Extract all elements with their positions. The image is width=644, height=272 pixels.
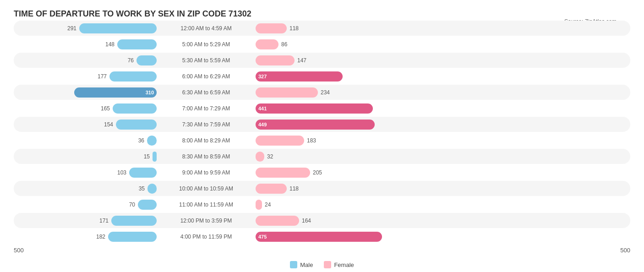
chart-row: 171 12:00 PM to 3:59 PM 164 — [14, 213, 630, 228]
female-bar — [256, 216, 299, 226]
male-bar — [153, 152, 157, 162]
time-label: 7:30 AM to 7:59 AM — [160, 121, 252, 128]
female-bar — [256, 152, 264, 162]
left-section: 177 — [14, 71, 160, 82]
right-section: 327 — [252, 71, 398, 82]
chart-title: TIME OF DEPARTURE TO WORK BY SEX IN ZIP … — [14, 9, 630, 19]
female-value: 118 — [289, 25, 299, 32]
legend: Male Female — [14, 261, 630, 268]
chart-rows: 291 12:00 AM to 4:59 AM 118 148 5:00 AM … — [14, 21, 630, 244]
female-value: 32 — [267, 153, 273, 160]
chart-row: 182 4:00 PM to 11:59 PM 475 — [14, 229, 630, 244]
right-section: 147 — [252, 55, 398, 65]
female-value: 147 — [297, 57, 306, 64]
female-bar: 441 — [256, 103, 373, 114]
male-bar: 310 — [74, 87, 157, 98]
male-bar — [147, 136, 157, 146]
right-section: 164 — [252, 216, 398, 226]
chart-row: 310 6:30 AM to 6:59 AM 234 — [14, 85, 630, 100]
female-bar — [256, 39, 278, 49]
time-label: 6:00 AM to 6:29 AM — [160, 73, 252, 80]
male-value: 148 — [101, 41, 115, 48]
right-section: 118 — [252, 23, 398, 33]
time-label: 6:30 AM to 6:59 AM — [160, 89, 252, 96]
chart-row: 154 7:30 AM to 7:59 AM 449 — [14, 117, 630, 132]
male-value: 103 — [113, 169, 126, 176]
male-value: 70 — [121, 201, 135, 208]
right-section: 475 — [252, 232, 398, 242]
right-section: 86 — [252, 39, 398, 49]
scale-right: 500 — [620, 247, 630, 254]
right-section: 441 — [252, 103, 398, 114]
time-label: 5:30 AM to 5:59 AM — [160, 57, 252, 64]
legend-female-label: Female — [334, 261, 354, 268]
legend-male-box — [290, 261, 297, 268]
time-label: 8:30 AM to 8:59 AM — [160, 153, 252, 160]
chart-row: 165 7:00 AM to 7:29 AM 441 — [14, 101, 630, 116]
male-bar — [117, 39, 157, 49]
female-bar — [256, 136, 304, 146]
female-bar — [256, 168, 310, 178]
chart-row: 35 10:00 AM to 10:59 AM 118 — [14, 181, 630, 196]
left-section: 148 — [14, 39, 160, 49]
female-value: 205 — [313, 169, 322, 176]
time-label: 11:00 AM to 11:59 AM — [160, 201, 252, 208]
male-bar — [109, 71, 157, 82]
left-section: 165 — [14, 103, 160, 114]
female-bar — [256, 200, 262, 210]
female-value: 24 — [265, 201, 271, 208]
male-bar — [136, 55, 157, 65]
male-bar — [111, 216, 157, 226]
left-section: 154 — [14, 120, 160, 130]
male-value: 171 — [95, 218, 109, 224]
scale-left: 500 — [14, 247, 24, 254]
male-value: 182 — [92, 234, 105, 240]
female-bar — [256, 184, 287, 194]
female-bar — [256, 55, 295, 65]
chart-row: 76 5:30 AM to 5:59 AM 147 — [14, 53, 630, 68]
female-value: 164 — [302, 218, 311, 224]
time-label: 9:00 AM to 9:59 AM — [160, 169, 252, 176]
male-value: 154 — [99, 121, 113, 128]
female-bar: 475 — [256, 232, 382, 242]
male-bar — [79, 23, 157, 33]
right-section: 24 — [252, 200, 398, 210]
male-bar — [108, 232, 157, 242]
male-bar — [129, 168, 157, 178]
left-section: 36 — [14, 136, 160, 146]
chart-row: 36 8:00 AM to 8:29 AM 183 — [14, 133, 630, 148]
right-section: 205 — [252, 168, 398, 178]
left-section: 76 — [14, 55, 160, 65]
female-value: 234 — [321, 89, 330, 96]
chart-wrapper: 291 12:00 AM to 4:59 AM 118 148 5:00 AM … — [14, 21, 630, 268]
left-section: 70 — [14, 200, 160, 210]
time-label: 4:00 PM to 11:59 PM — [160, 234, 252, 240]
male-value: 177 — [93, 73, 107, 80]
left-section: 15 — [14, 152, 160, 162]
time-label: 12:00 PM to 3:59 PM — [160, 218, 252, 224]
male-bar — [147, 184, 157, 194]
time-label: 5:00 AM to 5:29 AM — [160, 41, 252, 48]
chart-row: 177 6:00 AM to 6:29 AM 327 — [14, 69, 630, 84]
time-label: 10:00 AM to 10:59 AM — [160, 185, 252, 192]
male-bar — [138, 200, 157, 210]
male-value: 165 — [96, 105, 110, 112]
time-label: 12:00 AM to 4:59 AM — [160, 25, 252, 32]
right-section: 183 — [252, 136, 398, 146]
female-value: 86 — [281, 41, 287, 48]
bottom-scale: 500 500 — [14, 245, 630, 256]
left-section: 291 — [14, 23, 160, 33]
female-bar — [256, 23, 287, 33]
legend-male-label: Male — [300, 261, 313, 268]
female-bar: 449 — [256, 120, 375, 130]
chart-row: 103 9:00 AM to 9:59 AM 205 — [14, 165, 630, 180]
legend-female-box — [324, 261, 331, 268]
male-bar — [113, 103, 157, 114]
time-label: 7:00 AM to 7:29 AM — [160, 105, 252, 112]
left-section: 103 — [14, 168, 160, 178]
male-value: 76 — [120, 57, 134, 64]
female-bar — [256, 87, 318, 98]
chart-row: 148 5:00 AM to 5:29 AM 86 — [14, 37, 630, 52]
male-value: 15 — [136, 153, 150, 160]
female-bar: 327 — [256, 71, 343, 82]
